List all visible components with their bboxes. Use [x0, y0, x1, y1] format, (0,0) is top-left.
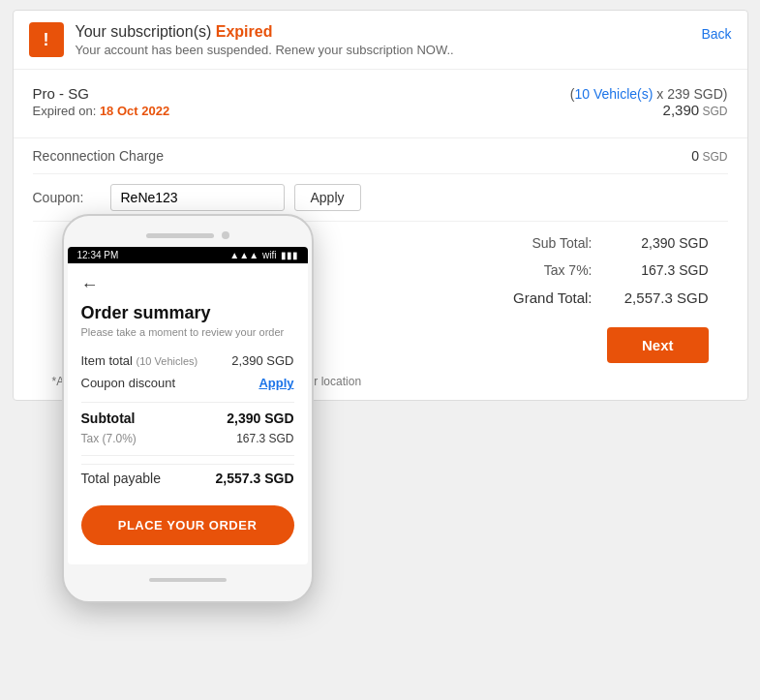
phone-back-button[interactable]: ← [81, 275, 294, 295]
phone-subtotal-value: 2,390 SGD [227, 411, 293, 426]
phone-tax-value: 167.3 SGD [236, 432, 293, 445]
phone-coupon-discount-label: Coupon discount [81, 376, 176, 390]
amount-value: 2,390 [663, 102, 700, 118]
subscription-section: Pro - SG Expired on: 18 Oct 2022 (10 Veh… [14, 70, 747, 138]
battery-icon: ▮▮▮ [281, 250, 298, 260]
phone-divider-1 [81, 402, 294, 403]
subscription-price-block: (10 Vehicle(s) x 239 SGD) 2,390 SGD [570, 86, 728, 118]
phone-screen: 12:34 PM ▲▲▲ wifi ▮▮▮ ← Order summary Pl… [68, 247, 308, 564]
signal-icon: ▲▲▲ [229, 250, 258, 260]
phone-order-subtitle: Please take a moment to review your orde… [81, 326, 294, 338]
phone-total-label: Total payable [81, 471, 162, 486]
phone-total-row: Total payable 2,557.3 SGD [81, 464, 294, 486]
reconnection-value: 0 SGD [691, 148, 727, 164]
expired-label: Expired on: [33, 104, 97, 118]
phone-status-icons: ▲▲▲ wifi ▮▮▮ [229, 250, 297, 260]
place-order-button[interactable]: PLACE YOUR ORDER [81, 505, 294, 545]
phone-notch [146, 233, 214, 238]
tax-label: Tax 7%: [544, 262, 593, 278]
main-card: ! Your subscription(s) Expired Your acco… [13, 10, 748, 401]
phone-tax-label: Tax (7.0%) [81, 432, 137, 445]
currency-label: SGD [693, 86, 722, 102]
coupon-input[interactable] [110, 184, 285, 211]
phone-apply-link[interactable]: Apply [258, 376, 293, 390]
alert-title: Your subscription(s) Expired [76, 23, 732, 41]
phone-tax-row: Tax (7.0%) 167.3 SGD [81, 432, 294, 445]
subscription-amount: 2,390 SGD [570, 102, 728, 118]
grand-total-value: 2,557.3 SGD [612, 289, 709, 306]
phone-notch-bar [64, 231, 312, 239]
phone-vehicles-hint: (10 Vehicles) [137, 355, 198, 367]
phone-item-value: 2,390 SGD [231, 353, 293, 368]
phone-time: 12:34 PM [77, 250, 119, 260]
expired-date: 18 Oct 2022 [100, 104, 169, 118]
wifi-icon: wifi [262, 250, 276, 260]
phone-dot [222, 231, 229, 239]
subscription-name-block: Pro - SG Expired on: 18 Oct 2022 [33, 85, 170, 118]
alert-subtitle: Your account has been suspended. Renew y… [76, 43, 732, 57]
reconnection-row: Reconnection Charge 0 SGD [33, 138, 728, 174]
reconnection-label: Reconnection Charge [33, 148, 164, 164]
grand-total-label: Grand Total: [513, 289, 592, 306]
subscription-name: Pro - SG [33, 85, 170, 102]
phone-home-bar [149, 578, 227, 582]
phone-total-value: 2,557.3 SGD [216, 471, 294, 486]
subscription-expired-row: Expired on: 18 Oct 2022 [33, 104, 170, 118]
tax-value: 167.3 SGD [612, 262, 709, 278]
warning-icon: ! [29, 22, 64, 57]
alert-text-block: Your subscription(s) Expired Your accoun… [76, 23, 732, 57]
phone-content: ← Order summary Please take a moment to … [68, 263, 308, 564]
subscription-header-row: Pro - SG Expired on: 18 Oct 2022 (10 Veh… [33, 85, 728, 118]
phone-coupon-discount-row: Coupon discount Apply [81, 376, 294, 390]
phone-subtotal-label: Subtotal [81, 411, 136, 426]
subtotal-value: 2,390 SGD [612, 235, 709, 251]
back-link[interactable]: Back [701, 26, 731, 42]
coupon-label: Coupon: [33, 190, 101, 205]
subtotal-label: Sub Total: [532, 235, 592, 251]
phone-order-title: Order summary [81, 303, 294, 323]
phone-status-bar: 12:34 PM ▲▲▲ wifi ▮▮▮ [68, 247, 308, 263]
vehicles-info: (10 Vehicle(s) x 239 SGD) [570, 86, 728, 102]
amount-currency: SGD [699, 105, 727, 118]
phone-overlay: 12:34 PM ▲▲▲ wifi ▮▮▮ ← Order summary Pl… [62, 214, 314, 603]
phone-divider-2 [81, 455, 294, 456]
alert-status: Expired [216, 23, 273, 40]
alert-title-prefix: Your subscription(s) [76, 23, 216, 40]
phone-subtotal-row: Subtotal 2,390 SGD [81, 411, 294, 426]
apply-button[interactable]: Apply [294, 184, 361, 211]
next-button[interactable]: Next [607, 327, 709, 363]
alert-banner: ! Your subscription(s) Expired Your acco… [14, 11, 747, 70]
price-per-vehicle: 239 [667, 86, 689, 102]
phone-item-label: Item total (10 Vehicles) [81, 353, 198, 368]
phone-item-total-row: Item total (10 Vehicles) 2,390 SGD [81, 353, 294, 368]
vehicles-link[interactable]: 10 Vehicle(s) [575, 86, 654, 102]
